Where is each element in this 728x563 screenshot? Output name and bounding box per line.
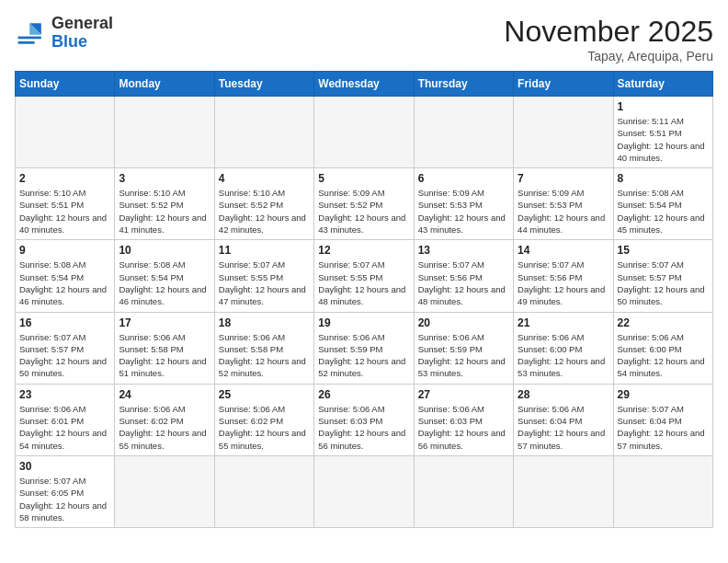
day-number: 6 [418, 172, 509, 185]
calendar-cell: 7Sunrise: 5:09 AM Sunset: 5:53 PM Daylig… [514, 168, 613, 240]
day-of-week-header: Wednesday [314, 72, 414, 97]
day-number: 7 [518, 172, 609, 185]
day-number: 9 [19, 244, 110, 257]
day-info: Sunrise: 5:08 AM Sunset: 5:54 PM Dayligh… [618, 187, 709, 236]
day-number: 21 [518, 316, 609, 329]
calendar-cell [514, 97, 613, 168]
location: Tapay, Arequipa, Peru [504, 49, 713, 63]
title-block: November 2025 Tapay, Arequipa, Peru [504, 15, 713, 63]
calendar-cell: 13Sunrise: 5:07 AM Sunset: 5:56 PM Dayli… [414, 240, 513, 312]
day-info: Sunrise: 5:07 AM Sunset: 5:56 PM Dayligh… [518, 259, 609, 307]
calendar-week-row: 23Sunrise: 5:06 AM Sunset: 6:01 PM Dayli… [16, 384, 713, 455]
day-number: 8 [618, 172, 709, 185]
svg-rect-3 [18, 36, 41, 39]
day-number: 5 [318, 172, 409, 185]
day-info: Sunrise: 5:08 AM Sunset: 5:54 PM Dayligh… [19, 259, 110, 307]
day-number: 11 [219, 244, 310, 257]
day-info: Sunrise: 5:06 AM Sunset: 6:04 PM Dayligh… [518, 403, 609, 452]
day-info: Sunrise: 5:06 AM Sunset: 6:02 PM Dayligh… [219, 403, 310, 452]
calendar-cell: 26Sunrise: 5:06 AM Sunset: 6:03 PM Dayli… [314, 384, 414, 455]
calendar-cell: 22Sunrise: 5:06 AM Sunset: 6:00 PM Dayli… [613, 312, 712, 384]
day-number: 25 [219, 388, 310, 401]
calendar-cell: 8Sunrise: 5:08 AM Sunset: 5:54 PM Daylig… [613, 168, 712, 240]
calendar-cell [414, 97, 513, 168]
day-info: Sunrise: 5:07 AM Sunset: 5:57 PM Dayligh… [618, 259, 709, 307]
day-info: Sunrise: 5:10 AM Sunset: 5:51 PM Dayligh… [19, 187, 110, 236]
calendar-week-row: 30Sunrise: 5:07 AM Sunset: 6:05 PM Dayli… [16, 455, 713, 527]
day-info: Sunrise: 5:06 AM Sunset: 6:03 PM Dayligh… [418, 403, 509, 452]
calendar-cell [115, 97, 214, 168]
day-number: 29 [618, 388, 709, 401]
calendar-cell [613, 455, 712, 527]
day-number: 13 [418, 244, 509, 257]
day-number: 4 [219, 172, 310, 185]
day-info: Sunrise: 5:06 AM Sunset: 5:58 PM Dayligh… [219, 331, 310, 380]
day-of-week-header: Tuesday [214, 72, 313, 97]
day-number: 17 [119, 316, 210, 329]
day-info: Sunrise: 5:06 AM Sunset: 6:00 PM Dayligh… [518, 331, 609, 380]
day-of-week-header: Saturday [613, 72, 712, 97]
calendar-cell: 30Sunrise: 5:07 AM Sunset: 6:05 PM Dayli… [16, 455, 115, 527]
day-info: Sunrise: 5:09 AM Sunset: 5:52 PM Dayligh… [318, 187, 409, 236]
day-info: Sunrise: 5:07 AM Sunset: 5:55 PM Dayligh… [318, 259, 409, 307]
day-number: 10 [119, 244, 210, 257]
day-number: 12 [318, 244, 409, 257]
day-info: Sunrise: 5:06 AM Sunset: 6:01 PM Dayligh… [19, 403, 110, 452]
day-info: Sunrise: 5:07 AM Sunset: 5:55 PM Dayligh… [219, 259, 310, 307]
calendar-week-row: 16Sunrise: 5:07 AM Sunset: 5:57 PM Dayli… [16, 312, 713, 384]
calendar-cell [314, 455, 414, 527]
day-info: Sunrise: 5:09 AM Sunset: 5:53 PM Dayligh… [518, 187, 609, 236]
day-of-week-header: Thursday [414, 72, 513, 97]
day-number: 27 [418, 388, 509, 401]
day-info: Sunrise: 5:10 AM Sunset: 5:52 PM Dayligh… [119, 187, 210, 236]
calendar-cell: 4Sunrise: 5:10 AM Sunset: 5:52 PM Daylig… [214, 168, 313, 240]
calendar-cell: 12Sunrise: 5:07 AM Sunset: 5:55 PM Dayli… [314, 240, 414, 312]
day-info: Sunrise: 5:07 AM Sunset: 6:04 PM Dayligh… [618, 403, 709, 452]
day-info: Sunrise: 5:09 AM Sunset: 5:53 PM Dayligh… [418, 187, 509, 236]
day-number: 2 [19, 172, 110, 185]
calendar-cell: 19Sunrise: 5:06 AM Sunset: 5:59 PM Dayli… [314, 312, 414, 384]
day-info: Sunrise: 5:10 AM Sunset: 5:52 PM Dayligh… [219, 187, 310, 236]
day-number: 23 [19, 388, 110, 401]
calendar-cell: 24Sunrise: 5:06 AM Sunset: 6:02 PM Dayli… [115, 384, 214, 455]
calendar-cell: 5Sunrise: 5:09 AM Sunset: 5:52 PM Daylig… [314, 168, 414, 240]
page-header: General Blue November 2025 Tapay, Arequi… [15, 15, 713, 63]
day-number: 14 [518, 244, 609, 257]
calendar-cell: 1Sunrise: 5:11 AM Sunset: 5:51 PM Daylig… [613, 97, 712, 168]
calendar-cell: 29Sunrise: 5:07 AM Sunset: 6:04 PM Dayli… [613, 384, 712, 455]
day-of-week-header: Monday [115, 72, 214, 97]
svg-rect-4 [18, 41, 35, 44]
calendar-cell: 11Sunrise: 5:07 AM Sunset: 5:55 PM Dayli… [214, 240, 313, 312]
day-number: 20 [418, 316, 509, 329]
calendar-week-row: 2Sunrise: 5:10 AM Sunset: 5:51 PM Daylig… [16, 168, 713, 240]
day-of-week-header: Sunday [16, 72, 115, 97]
day-info: Sunrise: 5:08 AM Sunset: 5:54 PM Dayligh… [119, 259, 210, 307]
calendar-cell: 16Sunrise: 5:07 AM Sunset: 5:57 PM Dayli… [16, 312, 115, 384]
calendar-cell [514, 455, 613, 527]
day-number: 26 [318, 388, 409, 401]
calendar-cell: 20Sunrise: 5:06 AM Sunset: 5:59 PM Dayli… [414, 312, 513, 384]
calendar-cell [115, 455, 214, 527]
day-number: 16 [19, 316, 110, 329]
calendar-cell: 10Sunrise: 5:08 AM Sunset: 5:54 PM Dayli… [115, 240, 214, 312]
calendar-cell: 21Sunrise: 5:06 AM Sunset: 6:00 PM Dayli… [514, 312, 613, 384]
day-number: 19 [318, 316, 409, 329]
day-info: Sunrise: 5:06 AM Sunset: 6:00 PM Dayligh… [618, 331, 709, 380]
calendar-week-row: 1Sunrise: 5:11 AM Sunset: 5:51 PM Daylig… [16, 97, 713, 168]
calendar-cell: 3Sunrise: 5:10 AM Sunset: 5:52 PM Daylig… [115, 168, 214, 240]
day-info: Sunrise: 5:07 AM Sunset: 5:57 PM Dayligh… [19, 331, 110, 380]
day-of-week-header: Friday [514, 72, 613, 97]
calendar-cell [414, 455, 513, 527]
logo-icon [15, 17, 48, 50]
calendar-cell: 17Sunrise: 5:06 AM Sunset: 5:58 PM Dayli… [115, 312, 214, 384]
day-number: 22 [618, 316, 709, 329]
calendar-cell: 23Sunrise: 5:06 AM Sunset: 6:01 PM Dayli… [16, 384, 115, 455]
calendar-cell: 6Sunrise: 5:09 AM Sunset: 5:53 PM Daylig… [414, 168, 513, 240]
calendar-cell [16, 97, 115, 168]
day-info: Sunrise: 5:11 AM Sunset: 5:51 PM Dayligh… [618, 115, 709, 164]
logo: General Blue [15, 15, 113, 52]
day-info: Sunrise: 5:07 AM Sunset: 5:56 PM Dayligh… [418, 259, 509, 307]
calendar-header-row: SundayMondayTuesdayWednesdayThursdayFrid… [16, 72, 713, 97]
day-number: 24 [119, 388, 210, 401]
day-number: 28 [518, 388, 609, 401]
